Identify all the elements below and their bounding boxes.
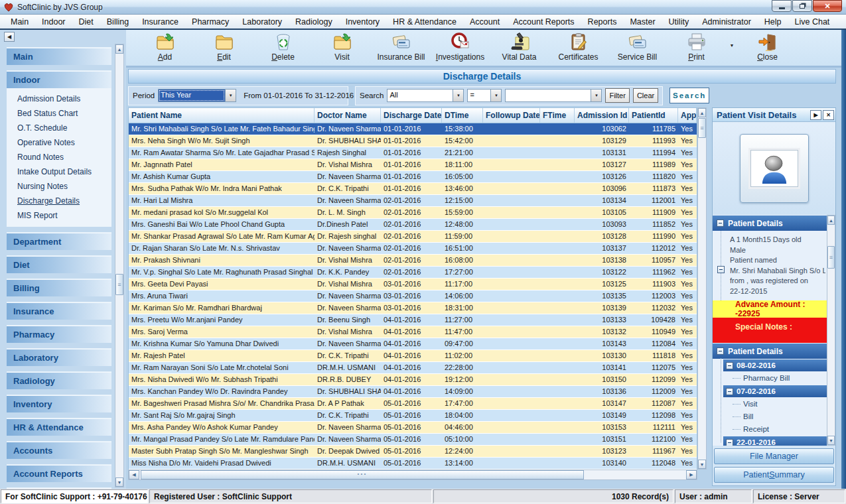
visit-item-pharmacy-bill[interactable]: Pharmacy Bill [713, 372, 827, 385]
toolbar-service-bill-button[interactable]: Service Bill [608, 32, 667, 62]
column-header-patientid[interactable]: PatientId [629, 108, 678, 123]
collapse-minus-icon[interactable] [726, 388, 733, 395]
visit-item-visit[interactable]: Visit [713, 398, 827, 410]
sidebar-item-bed-status-chart[interactable]: Bed Status Chart [7, 106, 111, 121]
menu-account-reports[interactable]: Account Reports [506, 17, 581, 27]
table-row[interactable]: Mr. Ram Narayan Soni S/o Late Mr.chotela… [129, 362, 697, 374]
sidebar-collapse-button[interactable]: ◀ [4, 32, 15, 42]
filter-button[interactable]: Filter [605, 88, 629, 103]
menu-reports[interactable]: Reports [581, 17, 624, 27]
table-row[interactable]: Mr. Mangal Prasad Pandey S/o Late Mr. Ra… [129, 434, 697, 446]
visit-date-22-01-2016[interactable]: 22-01-2016 [723, 436, 827, 446]
sidebar-section-department[interactable]: Department [7, 232, 111, 250]
table-row[interactable]: Mrs. Geeta Devi PayasiDr. Vishal Mishra0… [129, 279, 697, 290]
search-field-select[interactable]: All ▼ [387, 89, 464, 102]
toolbar-insurance-bill-button[interactable]: Insurance Bill [372, 32, 431, 62]
table-row[interactable]: Mr. Rajesh PatelDr. C.K. Tripathi04-01-2… [129, 350, 697, 362]
menu-account[interactable]: Account [463, 17, 506, 27]
sidebar-item-round-notes[interactable]: Round Notes [7, 150, 111, 164]
table-row[interactable]: Mrs. Asha Pandey W/o Ashok Kumar PandeyD… [129, 422, 697, 434]
sidebar-section-inventory[interactable]: Inventory [7, 395, 111, 412]
toolbar-investigations-button[interactable]: Investigations [431, 32, 490, 62]
visit-item-receipt[interactable]: Receipt [713, 423, 827, 436]
table-row[interactable]: Mr. Sant Raj S/o Mr.gajraj SinghDr. C.K.… [129, 410, 697, 422]
menu-live-chat[interactable]: Live Chat [788, 17, 837, 27]
print-dropdown-chevron-down-icon[interactable]: ▼ [726, 32, 738, 48]
scroll-left-icon[interactable]: ◀ [129, 470, 139, 479]
column-header-admission-id[interactable]: Admission Id [575, 108, 629, 123]
menu-radiology[interactable]: Radiology [289, 17, 339, 27]
scrollbar-thumb[interactable] [141, 470, 584, 479]
column-header-app[interactable]: App [678, 108, 697, 123]
patient-photo-button[interactable] [740, 134, 809, 203]
panel-close-button[interactable]: ✕ [823, 110, 834, 120]
table-row[interactable]: Mr. Ashish Kumar GuptaDr. Naveen Sharma0… [129, 171, 697, 183]
scroll-down-icon[interactable]: ▼ [115, 477, 123, 487]
collapse-minus-icon[interactable] [726, 362, 733, 369]
chevron-down-icon[interactable]: ▼ [453, 90, 463, 101]
scrollbar-thumb[interactable] [698, 118, 706, 138]
sidebar-item-o-t-schedule[interactable]: O.T. Schedule [7, 121, 111, 135]
chevron-down-icon[interactable]: ▼ [225, 90, 236, 101]
toolbar-print-button[interactable]: Print [667, 32, 726, 62]
visit-item-bill[interactable]: Bill [713, 410, 827, 423]
table-row[interactable]: Mrs. Aruna TiwariDr. Naveen Sharma03-01-… [129, 290, 697, 302]
menu-main[interactable]: Main [4, 17, 35, 27]
column-header-doctor-name[interactable]: Doctor Name [315, 108, 381, 123]
menu-hr-attendance[interactable]: HR & Attendance [386, 17, 463, 27]
scroll-down-icon[interactable]: ▼ [698, 460, 706, 469]
chevron-down-icon[interactable]: ▼ [490, 90, 501, 101]
table-row[interactable]: Mrs. Ganeshi Bai W/o Late Phool Chand Gu… [129, 219, 697, 231]
sidebar-item-mis-report[interactable]: MIS Report [7, 208, 111, 223]
patient-visits-header[interactable]: Patient Details [713, 344, 827, 359]
table-row[interactable]: Dr. Rajan Sharan S/o Late Mr. N.s. Shriv… [129, 243, 697, 255]
sidebar-item-operative-notes[interactable]: Operative Notes [7, 135, 111, 150]
menu-indoor[interactable]: Indoor [35, 17, 72, 27]
table-row[interactable]: Mr. Krishna Kumar S/o Yamuna Dhar Dwived… [129, 338, 697, 350]
collapse-minus-icon[interactable] [717, 220, 724, 227]
sidebar-section-billing[interactable]: Billing [7, 279, 111, 296]
sidebar-item-intake-output-details[interactable]: Intake Output Details [7, 164, 111, 179]
scrollbar-thumb[interactable] [115, 274, 123, 295]
sidebar-section-laboratory[interactable]: Laboratory [7, 348, 111, 366]
sidebar-section-insurance[interactable]: Insurance [7, 302, 111, 320]
chevron-down-icon[interactable]: ▼ [591, 90, 601, 101]
scroll-up-icon[interactable]: ▲ [698, 108, 706, 117]
period-select[interactable]: This Year ▼ [158, 89, 236, 102]
menu-diet[interactable]: Diet [72, 17, 100, 27]
table-row[interactable]: Mr. medani prasad kol S/o Mr.suggelal Ko… [129, 207, 697, 219]
sidebar-section-main[interactable]: Main [7, 47, 111, 65]
table-row[interactable]: Mrs. Kanchan Pandey W/o Dr. Ravindra Pan… [129, 386, 697, 398]
table-vertical-scrollbar[interactable]: ▲ ▼ [697, 107, 707, 470]
menu-administrator[interactable]: Administrator [695, 17, 758, 27]
menu-utility[interactable]: Utility [662, 17, 696, 27]
restore-button[interactable] [792, 0, 812, 12]
sidebar-section-account-reports[interactable]: Account Reports [7, 464, 111, 482]
file-manager-button[interactable]: File Manager [714, 448, 834, 464]
sidebar-item-discharge-details[interactable]: Discharge Details [7, 194, 111, 208]
collapse-minus-icon[interactable] [717, 347, 724, 355]
toolbar-edit-button[interactable]: Edit [194, 32, 253, 62]
menu-pharmacy[interactable]: Pharmacy [185, 17, 236, 27]
sidebar-section-reports[interactable]: Reports [7, 487, 111, 489]
visit-date-07-02-2016[interactable]: 07-02-2016 [723, 385, 827, 397]
toolbar-visit-button[interactable]: Visit [313, 32, 372, 62]
menu-master[interactable]: Master [623, 17, 662, 27]
toolbar-vital-data-button[interactable]: Vital Data [490, 32, 549, 62]
menu-help[interactable]: Help [758, 17, 788, 27]
menu-billing[interactable]: Billing [100, 17, 135, 27]
table-row[interactable]: Mr. Bageshweri Prasad Mishra S/o/ Mr. Ch… [129, 398, 697, 410]
clear-button[interactable]: Clear [633, 88, 658, 103]
table-horizontal-scrollbar[interactable]: ◀ ▶ [128, 470, 697, 480]
table-row[interactable]: Mrs. Sudha Pathak W/o Mr. Indra Mani Pat… [129, 183, 697, 195]
sidebar-scrollbar[interactable]: ▲ ▼ [115, 44, 124, 487]
table-row[interactable]: Mr. Prakash ShivnaniDr. Vishal Mishra02-… [129, 255, 697, 267]
toolbar-add-button[interactable]: Add [135, 32, 194, 62]
toolbar-delete-button[interactable]: Delete [253, 32, 313, 62]
scrollbar-thumb[interactable] [827, 246, 835, 269]
table-row[interactable]: Mrs. Saroj VermaDr. Vishal Mishra04-01-2… [129, 326, 697, 338]
column-header-ftime[interactable]: FTime [540, 108, 575, 123]
scroll-up-icon[interactable]: ▲ [827, 216, 835, 225]
visit-date-08-02-2016[interactable]: 08-02-2016 [723, 359, 827, 371]
menu-laboratory[interactable]: Laboratory [236, 17, 289, 27]
